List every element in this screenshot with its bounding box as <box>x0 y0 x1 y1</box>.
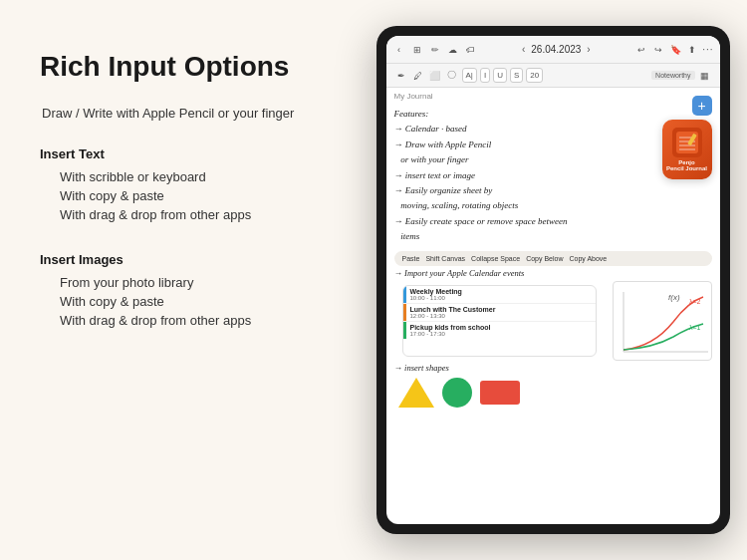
export-icon[interactable]: ⬆ <box>685 43 699 57</box>
hw-line-3: → Draw with Apple Pencil <box>394 138 712 151</box>
insert-images-list: From your photo library With copy & past… <box>40 273 339 330</box>
pen-tool-icon[interactable]: ✒ <box>394 69 408 83</box>
eraser-icon[interactable]: ⬜ <box>428 69 442 83</box>
date-display: 26.04.2023 <box>531 44 581 55</box>
toolbar-left-icons: ‹ ⊞ ✏ ☁ 🏷 <box>392 43 478 57</box>
tablet-mockup-panel: ‹ ⊞ ✏ ☁ 🏷 ‹ 26.04.2023 › ↩ ↪ 🔖 ⬆ ··· <box>369 0 747 560</box>
grid-icon[interactable]: ⊞ <box>410 43 424 57</box>
toolbar-right-icons: ↩ ↪ 🔖 ⬆ ··· <box>634 43 713 57</box>
hw-line-8: → Easily create space or remove space be… <box>394 214 712 228</box>
highlighter-icon[interactable]: 🖊 <box>411 69 425 83</box>
tablet-toolbar-format: ✒ 🖊 ⬜ 〇 A| I U S 20 Noteworthy ▦ <box>386 64 720 88</box>
shapes-area <box>386 374 720 412</box>
hw-line-5: → insert text or image <box>394 168 712 182</box>
font-name-badge: Noteworthy <box>651 71 694 80</box>
svg-text:λ=1: λ=1 <box>689 324 701 331</box>
calendar-event-2: Lunch with The Customer 12:00 - 13:30 <box>403 304 596 322</box>
date-navigation: ‹ 26.04.2023 › <box>522 44 591 55</box>
insert-text-section: Insert Text <box>40 146 339 161</box>
event-title: Lunch with The Customer <box>410 306 496 313</box>
context-menu: Paste Shift Canvas Collapse Space Copy B… <box>394 251 712 266</box>
draw-subtitle: Draw / Write with Apple Pencil or your f… <box>40 106 339 121</box>
handwriting-content: Features: → Calendar · based → Draw with… <box>386 103 720 249</box>
list-item: With drag & drop from other apps <box>40 205 339 224</box>
calendar-event-3: Pickup kids from school 17:00 - 17:30 <box>403 322 596 339</box>
tag-icon[interactable]: 🏷 <box>464 43 478 57</box>
date-back-icon[interactable]: ‹ <box>522 44 525 55</box>
hw-line-9: items <box>394 229 712 243</box>
event-content: Lunch with The Customer 12:00 - 13:30 <box>406 304 500 321</box>
hw-line-6: → Easily organize sheet by <box>394 183 712 197</box>
shift-canvas-button[interactable]: Shift Canvas <box>425 255 465 262</box>
underline-button[interactable]: U <box>493 68 507 83</box>
math-graph-area: f(x) λ=2 λ=1 <box>613 281 712 361</box>
redo-icon[interactable]: ↪ <box>651 43 665 57</box>
event-time: 12:00 - 13:30 <box>410 313 496 319</box>
more-menu-icon[interactable]: ··· <box>702 44 713 55</box>
circle-shape <box>442 378 472 408</box>
strikethrough-button[interactable]: S <box>510 68 523 83</box>
cloud-icon[interactable]: ☁ <box>446 43 460 57</box>
italic-button[interactable]: I <box>480 68 490 83</box>
lasso-icon[interactable]: 〇 <box>445 69 459 83</box>
tablet-device: ‹ ⊞ ✏ ☁ 🏷 ‹ 26.04.2023 › ↩ ↪ 🔖 ⬆ ··· <box>376 26 730 534</box>
copy-above-button[interactable]: Copy Above <box>569 255 607 262</box>
hw-line-1: Features: <box>394 107 712 121</box>
insert-shapes-label: → insert shapes <box>386 363 720 373</box>
svg-text:λ=2: λ=2 <box>689 298 701 305</box>
hw-line-2: → Calendar · based <box>394 122 712 136</box>
pencil-icon[interactable]: ✏ <box>428 43 442 57</box>
font-size-button[interactable]: 20 <box>526 68 543 83</box>
back-icon[interactable]: ‹ <box>392 43 406 57</box>
insert-text-list: With scribble or keyboard With copy & pa… <box>40 167 339 224</box>
paste-button[interactable]: Paste <box>402 255 420 262</box>
event-time: 17:00 - 17:30 <box>410 331 491 337</box>
page-title: Rich Input Options <box>40 50 339 84</box>
tablet-toolbar-top: ‹ ⊞ ✏ ☁ 🏷 ‹ 26.04.2023 › ↩ ↪ 🔖 ⬆ ··· <box>386 36 720 64</box>
event-time: 10:00 - 11:00 <box>410 295 462 301</box>
hw-line-7: moving, scaling, rotating objects <box>394 198 712 212</box>
hw-line-4: or with your finger <box>394 152 712 166</box>
bookmark-icon[interactable]: 🔖 <box>668 43 682 57</box>
list-item: From your photo library <box>40 273 339 292</box>
triangle-shape <box>398 378 434 408</box>
list-item: With copy & paste <box>40 186 339 205</box>
event-title: Pickup kids from school <box>410 324 491 331</box>
event-content: Pickup kids from school 17:00 - 17:30 <box>406 322 495 339</box>
copy-below-button[interactable]: Copy Below <box>526 255 563 262</box>
sidebar-toggle-icon[interactable]: ▦ <box>698 69 712 83</box>
tablet-screen: ‹ ⊞ ✏ ☁ 🏷 ‹ 26.04.2023 › ↩ ↪ 🔖 ⬆ ··· <box>386 36 720 524</box>
calendar-events-area: Weekly Meeting 10:00 - 11:00 Lunch with … <box>402 285 597 357</box>
event-content: Weekly Meeting 10:00 - 11:00 <box>406 286 466 303</box>
rectangle-shape <box>480 381 520 405</box>
import-calendar-label: → Import your Apple Calendar events <box>386 268 720 278</box>
calendar-event-1: Weekly Meeting 10:00 - 11:00 <box>403 286 596 304</box>
math-graph-svg: f(x) λ=2 λ=1 <box>614 282 712 361</box>
collapse-space-button[interactable]: Collapse Space <box>471 255 520 262</box>
bold-button[interactable]: A| <box>462 68 477 83</box>
tablet-content-area: My Journal + <box>386 88 720 524</box>
list-item: With drag & drop from other apps <box>40 311 339 330</box>
list-item: With copy & paste <box>40 292 339 311</box>
left-panel: Rich Input Options Draw / Write with App… <box>0 0 369 560</box>
list-item: With scribble or keyboard <box>40 167 339 186</box>
insert-images-section: Insert Images <box>40 252 339 267</box>
date-forward-icon[interactable]: › <box>587 44 590 55</box>
undo-icon[interactable]: ↩ <box>634 43 648 57</box>
svg-text:f(x): f(x) <box>668 293 680 302</box>
event-title: Weekly Meeting <box>410 288 462 295</box>
